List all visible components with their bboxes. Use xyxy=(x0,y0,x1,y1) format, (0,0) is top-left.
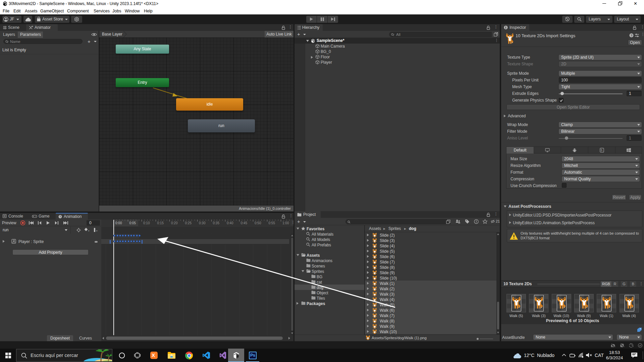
svg-text:5: 5 xyxy=(601,148,602,152)
